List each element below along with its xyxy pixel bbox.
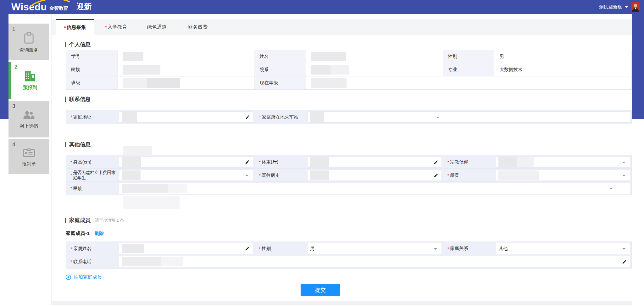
section-bar: [65, 218, 66, 223]
field-label-religion: 宗教信仰: [443, 155, 495, 169]
avatar[interactable]: [631, 2, 640, 12]
contact-phone-field[interactable]: [118, 255, 631, 268]
field-label-ethnic-group: 民族: [66, 182, 118, 195]
edit-pencil-icon[interactable]: [245, 160, 250, 164]
chevron-down-icon: [434, 248, 437, 251]
edit-pencil-icon[interactable]: [622, 259, 627, 264]
personal-info-table: 学号 姓名 性别 男 民族 院系 专业 大数据技术 班级 现在年级: [66, 50, 632, 90]
weight-field[interactable]: [306, 155, 443, 169]
field-label-relative-name: 亲属姓名: [66, 242, 118, 255]
step-number: 4: [12, 142, 15, 148]
sidebar-step-pre-checkin[interactable]: 2 预报到: [8, 62, 49, 99]
chevron-down-icon[interactable]: [625, 6, 628, 9]
add-family-member-button[interactable]: 添加家庭成员: [66, 274, 102, 280]
table-row: 班级 现在年级: [66, 76, 631, 90]
field-value-department: [306, 63, 443, 76]
edit-pencil-icon[interactable]: [245, 115, 250, 120]
other-info-row-3: 民族: [66, 181, 632, 195]
redacted-value: [310, 170, 329, 180]
sidebar-step-query-service[interactable]: 1 查询服务: [8, 24, 49, 60]
poverty-status-select[interactable]: [118, 169, 255, 182]
field-label-height: 身高(cm): [66, 155, 118, 169]
submit-button[interactable]: 提交: [301, 284, 340, 296]
edit-pencil-icon[interactable]: [434, 160, 438, 164]
people-icon: [23, 109, 35, 120]
section-title-family-members: 家庭成员 请至少填写 1 条: [65, 217, 124, 224]
tab-label: 绿色通道: [147, 24, 167, 31]
tab-finance-payment[interactable]: 财务缴费: [179, 19, 217, 35]
relative-name-field[interactable]: [118, 242, 255, 255]
field-label-ethnicity: 民族: [66, 63, 118, 76]
chevron-down-icon: [436, 117, 439, 120]
redacted-value: [310, 112, 324, 122]
field-label-class: 班级: [66, 76, 118, 89]
field-label-gender: 性别: [443, 50, 495, 63]
chevron-down-icon: [609, 188, 613, 191]
family-member-row-1: 亲属姓名 性别 男 家庭关系 其他: [66, 242, 632, 255]
tab-info-collection[interactable]: 信息采集: [56, 19, 94, 35]
redacted-value: [161, 257, 183, 266]
field-label-current-grade: 现在年级: [255, 76, 306, 89]
field-label-student-id: 学号: [66, 50, 118, 63]
section-title-other-info: 其他信息: [65, 141, 91, 148]
main-content: 信息采集 入学教育 绿色通道 财务缴费 个人信息 学号 姓名 性别 男 民族 院…: [51, 14, 632, 301]
field-label-medical-history: 既往病史: [254, 169, 306, 182]
native-place-select[interactable]: [494, 169, 631, 182]
medical-history-field[interactable]: [306, 169, 443, 182]
redacted-value: [517, 157, 534, 167]
app-header: Wisedu 金智教育 迎新 测试迎新组: [0, 0, 644, 14]
edit-pencil-icon[interactable]: [245, 246, 250, 251]
field-label-name: 姓名: [254, 50, 306, 63]
family-relation-value: 其他: [498, 246, 508, 252]
field-label-home-train-station: 家庭所在地火车站: [255, 110, 306, 124]
page-title: 迎新: [76, 2, 92, 12]
field-value-student-id: [118, 50, 255, 63]
chevron-down-icon: [622, 162, 625, 165]
family-relation-select[interactable]: 其他: [494, 242, 631, 255]
redacted-value: [498, 157, 517, 167]
religion-select[interactable]: [494, 155, 631, 169]
redacted-value: [122, 244, 144, 253]
redaction-blob: [123, 146, 152, 155]
logo-swoosh-icon: [30, 0, 70, 7]
field-label-contact-phone: 联系电话: [66, 255, 118, 268]
field-value-class: [118, 76, 255, 89]
redacted-value: [123, 78, 147, 88]
chevron-down-icon: [622, 175, 625, 178]
delete-member-link[interactable]: 删除: [95, 231, 104, 236]
field-label-family-relation: 家庭关系: [443, 242, 495, 255]
step-label: 报到单: [22, 161, 36, 167]
table-row: 民族 院系 专业 大数据技术: [66, 63, 631, 76]
redacted-value: [311, 52, 346, 61]
redacted-value: [168, 184, 187, 193]
redacted-value: [310, 157, 329, 167]
home-address-field[interactable]: [118, 110, 255, 124]
step-number: 2: [14, 64, 17, 70]
section-bar: [65, 142, 66, 147]
redacted-value: [498, 170, 539, 180]
step-label: 查询服务: [19, 47, 38, 53]
family-member-1-header: 家庭成员-1 删除: [66, 230, 104, 237]
redaction-blob: [123, 196, 180, 209]
id-card-icon: [23, 148, 35, 158]
sidebar-step-checkin-slip[interactable]: 4 报到单: [8, 139, 49, 174]
family-member-title: 家庭成员-1: [66, 230, 90, 237]
member-gender-select[interactable]: 男: [306, 242, 443, 255]
field-value-ethnicity: [118, 63, 255, 76]
user-group-label[interactable]: 测试迎新组: [599, 4, 622, 10]
height-field[interactable]: [118, 155, 255, 169]
sidebar-step-dorm-selection[interactable]: 3 网上选宿: [8, 101, 49, 137]
edit-pencil-icon[interactable]: [434, 173, 438, 178]
home-train-station-select[interactable]: [306, 110, 631, 124]
redacted-value: [311, 78, 347, 88]
field-value-gender: 男: [494, 50, 631, 63]
field-label-weight: 体重(斤): [254, 155, 306, 169]
clipboard-icon: [23, 32, 35, 44]
field-label-poverty-status: 是否为建档立卡贫困家庭学生: [66, 169, 118, 182]
tab-entrance-education[interactable]: 入学教育: [97, 19, 135, 35]
tab-green-channel[interactable]: 绿色通道: [138, 19, 176, 35]
field-value-current-grade: [306, 76, 631, 89]
tab-label: 信息采集: [67, 24, 86, 31]
step-number: 3: [12, 103, 15, 109]
ethnic-group-select[interactable]: [118, 182, 631, 195]
